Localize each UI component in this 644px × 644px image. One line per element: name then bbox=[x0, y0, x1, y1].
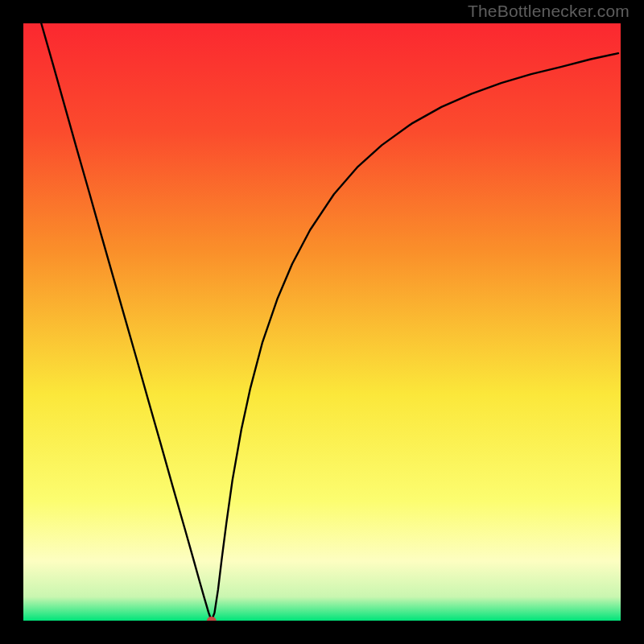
chart-container: TheBottlenecker.com bbox=[0, 0, 644, 644]
plot-area bbox=[23, 23, 621, 621]
gradient-background bbox=[23, 23, 621, 621]
watermark-label: TheBottlenecker.com bbox=[468, 2, 630, 21]
chart-svg bbox=[23, 23, 621, 621]
